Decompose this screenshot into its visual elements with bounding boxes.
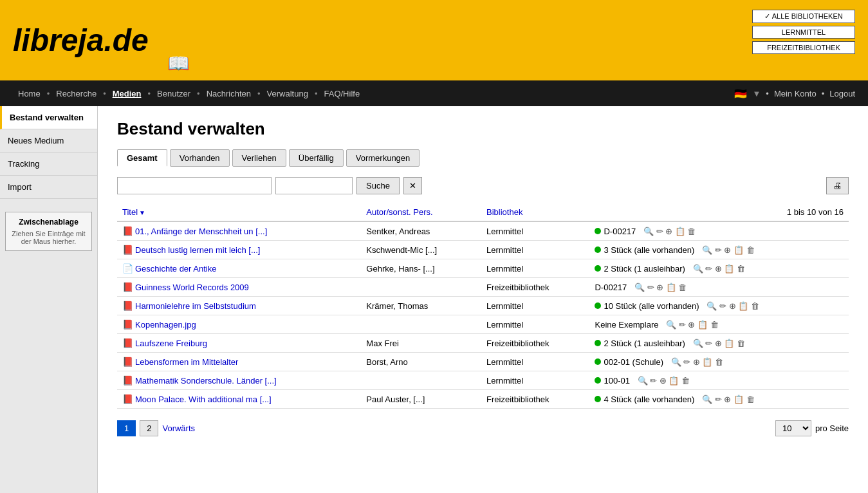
nav-benutzer[interactable]: Benutzer <box>152 89 196 98</box>
copy-action-icon[interactable]: 📋 <box>724 264 734 274</box>
search-action-icon[interactable]: 🔍 <box>706 301 717 311</box>
nav-faq[interactable]: FAQ/Hilfe <box>319 89 365 98</box>
copy-action-icon[interactable]: 📋 <box>697 320 708 330</box>
col-header-author[interactable]: Autor/sonst. Pers. <box>361 203 481 221</box>
add-action-icon[interactable]: ⊕ <box>693 357 700 367</box>
title-link[interactable]: Laufszene Freiburg <box>135 339 207 348</box>
copy-action-icon[interactable]: 📋 <box>724 339 734 348</box>
per-page-select[interactable]: 102050100 <box>775 420 811 436</box>
add-action-icon[interactable]: ⊕ <box>656 283 663 292</box>
add-action-icon[interactable]: ⊕ <box>724 245 731 255</box>
title-link[interactable]: Moon Palace. With additional ma [...] <box>135 395 272 404</box>
add-action-icon[interactable]: ⊕ <box>688 320 695 330</box>
page-2-button[interactable]: 2 <box>140 420 158 436</box>
lernmittel-button[interactable]: LERNMITTEL <box>752 26 855 39</box>
delete-action-icon[interactable]: 🗑 <box>681 376 690 386</box>
delete-action-icon[interactable]: 🗑 <box>687 227 696 236</box>
tab-gesamt[interactable]: Gesamt <box>117 149 167 167</box>
search-action-icon[interactable]: 🔍 <box>702 395 712 404</box>
nav-home[interactable]: Home <box>13 89 46 98</box>
clear-button[interactable]: ✕ <box>403 177 422 194</box>
col-header-title[interactable]: Titel▼ <box>117 203 361 221</box>
search-action-icon[interactable]: 🔍 <box>671 357 681 367</box>
copy-action-icon[interactable]: 📋 <box>738 301 748 311</box>
title-link[interactable]: Geschichte der Antike <box>135 264 216 274</box>
delete-action-icon[interactable]: 🗑 <box>710 320 719 330</box>
nav-recherche[interactable]: Recherche <box>51 89 102 98</box>
copy-action-icon[interactable]: 📋 <box>675 227 685 236</box>
delete-action-icon[interactable]: 🗑 <box>737 339 745 348</box>
edit-action-icon[interactable]: ✏ <box>650 376 657 386</box>
search-action-icon[interactable]: 🔍 <box>702 245 712 255</box>
edit-action-icon[interactable]: ✏ <box>719 301 726 311</box>
add-action-icon[interactable]: ⊕ <box>715 339 722 348</box>
search-action-icon[interactable]: 🔍 <box>643 227 654 236</box>
delete-action-icon[interactable]: 🗑 <box>715 357 723 367</box>
title-link[interactable]: Deutsch lustig lernen mit leich [...] <box>135 245 260 255</box>
search-button[interactable]: Suche <box>356 177 400 194</box>
search-action-icon[interactable]: 🔍 <box>693 339 703 348</box>
add-action-icon[interactable]: ⊕ <box>715 264 722 274</box>
edit-action-icon[interactable]: ✏ <box>656 227 663 236</box>
search-action-icon[interactable]: 🔍 <box>638 376 648 386</box>
sidebar-item-neues-medium[interactable]: Neues Medium <box>0 129 97 153</box>
edit-action-icon[interactable]: ✏ <box>715 245 722 255</box>
search-input-main[interactable] <box>117 177 272 194</box>
table-row: 📕Deutsch lustig lernen mit leich [...]Ks… <box>117 241 849 259</box>
delete-action-icon[interactable]: 🗑 <box>737 264 745 274</box>
copy-action-icon[interactable]: 📋 <box>734 245 744 255</box>
nav-medien[interactable]: Medien <box>107 89 147 98</box>
print-button[interactable]: 🖨 <box>826 177 849 194</box>
edit-action-icon[interactable]: ✏ <box>679 320 686 330</box>
search-action-icon[interactable]: 🔍 <box>666 320 676 330</box>
edit-action-icon[interactable]: ✏ <box>683 357 690 367</box>
delete-action-icon[interactable]: 🗑 <box>751 301 759 311</box>
edit-action-icon[interactable]: ✏ <box>705 264 712 274</box>
title-link[interactable]: Harmonielehre im Selbststudium <box>135 301 256 311</box>
nav-verwaltung[interactable]: Verwaltung <box>262 89 313 98</box>
add-action-icon[interactable]: ⊕ <box>660 376 667 386</box>
language-flag[interactable]: 🇩🇪 <box>734 88 747 100</box>
search-action-icon[interactable]: 🔍 <box>634 283 645 292</box>
media-icon: 📕 <box>122 375 133 386</box>
search-action-icon[interactable]: 🔍 <box>693 264 703 274</box>
freizeitbibliothek-button[interactable]: FREIZEITBIBLIOTHEK <box>752 41 855 54</box>
copy-action-icon[interactable]: 📋 <box>702 357 712 367</box>
nav-nachrichten[interactable]: Nachrichten <box>201 89 256 98</box>
add-action-icon[interactable]: ⊕ <box>665 227 672 236</box>
copy-action-icon[interactable]: 📋 <box>666 283 676 292</box>
status-dot <box>595 228 601 234</box>
media-icon: 📕 <box>122 226 133 236</box>
title-link[interactable]: Lebensformen im Mittelalter <box>135 357 238 367</box>
copy-action-icon[interactable]: 📋 <box>669 376 679 386</box>
edit-action-icon[interactable]: ✏ <box>705 339 712 348</box>
edit-action-icon[interactable]: ✏ <box>647 283 654 292</box>
title-link[interactable]: Mathematik Sonderschule. Länder [...] <box>135 376 277 386</box>
tab-vorhanden[interactable]: Vorhanden <box>170 149 230 167</box>
forward-link[interactable]: Vorwärts <box>162 423 195 433</box>
title-link[interactable]: Kopenhagen.jpg <box>135 320 196 330</box>
add-action-icon[interactable]: ⊕ <box>724 395 731 404</box>
table-row: 📕Guinness World Records 2009Freizeitbibl… <box>117 278 849 297</box>
edit-action-icon[interactable]: ✏ <box>715 395 722 404</box>
col-header-library[interactable]: Bibliothek <box>481 203 589 221</box>
add-action-icon[interactable]: ⊕ <box>729 301 736 311</box>
delete-action-icon[interactable]: 🗑 <box>678 283 687 292</box>
title-link[interactable]: Guinness World Records 2009 <box>135 283 249 292</box>
copy-action-icon[interactable]: 📋 <box>734 395 744 404</box>
cell-status: 100-01 🔍 ✏ ⊕ 📋 🗑 <box>589 371 849 390</box>
sidebar-item-tracking[interactable]: Tracking <box>0 153 97 176</box>
tab-vormerkungen[interactable]: Vormerkungen <box>346 149 420 167</box>
page-1-button[interactable]: 1 <box>117 420 136 436</box>
delete-action-icon[interactable]: 🗑 <box>746 395 755 404</box>
sidebar-item-bestand[interactable]: Bestand verwalten <box>0 106 97 129</box>
title-link[interactable]: 01., Anfänge der Menschheit un [...] <box>135 227 267 236</box>
mein-konto-link[interactable]: Mein Konto <box>774 89 817 98</box>
sidebar-item-import[interactable]: Import <box>0 176 97 199</box>
logout-link[interactable]: Logout <box>829 89 855 98</box>
delete-action-icon[interactable]: 🗑 <box>746 245 755 255</box>
tab-ueberfaellig[interactable]: Überfällig <box>289 149 344 167</box>
all-libraries-button[interactable]: ✓ ALLE BIBLIOTHEKEN <box>752 10 855 23</box>
tab-verliehen[interactable]: Verliehen <box>232 149 286 167</box>
search-input-secondary[interactable] <box>275 177 353 194</box>
